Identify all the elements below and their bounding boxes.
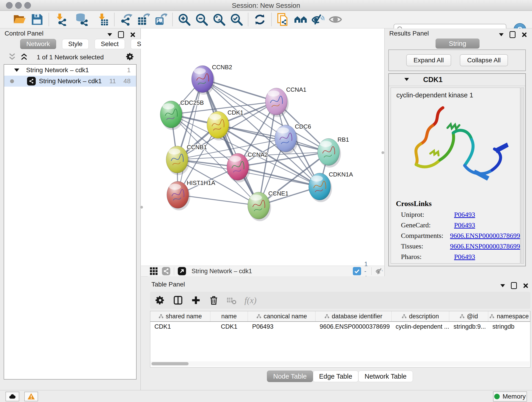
open-session-icon[interactable]: [13, 13, 27, 26]
table-cell[interactable]: cyclin-dependent ...: [392, 322, 450, 332]
close-panel-icon[interactable]: [521, 32, 527, 37]
zoom-fit-icon[interactable]: [212, 13, 226, 26]
collapse-panel-icon[interactable]: [500, 284, 505, 287]
show-all-icon[interactable]: [329, 13, 342, 26]
tab-edge-table[interactable]: Edge Table: [313, 370, 359, 382]
memory-status-dot: [494, 394, 500, 399]
table-cell[interactable]: CDK1: [150, 322, 210, 332]
tab-node-table[interactable]: Node Table: [267, 370, 313, 382]
table-cell[interactable]: P06493: [248, 322, 316, 332]
column-label: namespace: [497, 313, 529, 320]
collapse-panel-icon[interactable]: [499, 33, 504, 36]
copy-style-icon[interactable]: [276, 13, 290, 26]
show-columns-icon[interactable]: [173, 295, 183, 305]
edge-CDK1-RB1[interactable]: [218, 125, 329, 152]
import-network-database-icon[interactable]: [75, 13, 89, 26]
tab-style[interactable]: Style: [62, 39, 89, 49]
export-table-icon[interactable]: [137, 13, 150, 26]
attribute-type-icon: [460, 314, 465, 319]
selected-checkbox-icon[interactable]: [353, 267, 361, 275]
float-panel-icon[interactable]: [118, 31, 124, 38]
tab-network-table[interactable]: Network Table: [358, 370, 413, 382]
tab-select[interactable]: Select: [95, 39, 125, 49]
import-table-file-icon[interactable]: [96, 13, 109, 26]
hide-selected-icon[interactable]: [311, 13, 325, 26]
toolbar-separator: [248, 13, 248, 26]
network-canvas-svg: CCNB2CCNA1CDC25BCDK1CDC6RB1CCNB1CCNA2CDK…: [141, 28, 384, 266]
crosslink-row: Uniprot:P06493: [396, 211, 520, 218]
scrollbar-thumb[interactable]: [152, 362, 189, 365]
network-row[interactable]: String Network – cdk1 11 48: [4, 76, 136, 87]
expand-all-button[interactable]: Expand All: [406, 54, 451, 66]
hidden-eye-icon[interactable]: [375, 267, 384, 275]
column-header-canonical-name[interactable]: canonical name: [248, 311, 316, 321]
first-neighbors-icon[interactable]: [294, 13, 307, 26]
column-header-namespace[interactable]: namespace: [488, 311, 530, 321]
network-view[interactable]: CCNB2CCNA1CDC25BCDK1CDC6RB1CCNB1CCNA2CDK…: [141, 28, 384, 266]
refresh-icon[interactable]: [253, 13, 267, 26]
collapse-panel-icon[interactable]: [108, 33, 112, 36]
zoom-out-icon[interactable]: [195, 13, 209, 26]
network-options-gear-icon[interactable]: [126, 52, 134, 61]
network-view-title: String Network – cdk1: [191, 268, 252, 275]
node-label-CDC6: CDC6: [295, 123, 311, 130]
open-in-browser-icon[interactable]: [178, 267, 186, 275]
import-network-file-icon[interactable]: [54, 13, 67, 26]
network-share-icon[interactable]: [162, 267, 170, 275]
cloud-status-button[interactable]: [6, 392, 19, 401]
crosslink-link[interactable]: P06493: [454, 211, 475, 218]
crosslink-link[interactable]: P06493: [454, 221, 475, 229]
tab-network[interactable]: Network: [20, 39, 56, 49]
export-network-icon[interactable]: [119, 13, 133, 26]
save-session-icon[interactable]: [30, 13, 44, 26]
table-options-gear-icon[interactable]: [155, 295, 165, 305]
collection-count: 1: [127, 66, 131, 74]
memory-button[interactable]: Memory: [493, 391, 527, 402]
crosslink-label: Pharos:: [401, 253, 454, 261]
node-entry-content: cyclin-dependent kinase 1: [391, 88, 520, 264]
network-collection-row[interactable]: String Network – cdk1 1: [4, 65, 136, 76]
crosslink-link[interactable]: P06493: [454, 253, 475, 261]
entry-expander-icon[interactable]: [404, 78, 409, 81]
column-header-shared-name[interactable]: shared name: [150, 311, 210, 321]
grid-view-icon[interactable]: [150, 267, 158, 275]
column-header--id[interactable]: @id: [449, 311, 488, 321]
float-panel-icon[interactable]: [511, 282, 517, 289]
table-cell[interactable]: stringdb: [488, 322, 530, 332]
crosslink-link[interactable]: 9606.ENSP00000378699: [450, 242, 520, 250]
toolbar-separator: [49, 13, 49, 26]
edge-CCNB2-CCNE1[interactable]: [203, 79, 259, 206]
close-panel-icon[interactable]: [523, 283, 528, 288]
column-header-description[interactable]: description: [392, 311, 450, 321]
attribute-type-icon: [402, 314, 407, 319]
column-header-database-identifier[interactable]: database identifier: [316, 311, 392, 321]
results-scrollbar[interactable]: [521, 88, 524, 264]
export-image-icon[interactable]: [154, 13, 168, 26]
network-selection-status: 1 of 1 Network selected: [0, 54, 140, 61]
table-cell[interactable]: 9606.ENSP00000378699: [316, 322, 392, 332]
node-label-CCNB1: CCNB1: [187, 144, 207, 151]
crosslinks-section: CrossLinks Uniprot:P06493GeneCard:P06493…: [396, 199, 520, 261]
column-header-name[interactable]: name: [210, 311, 248, 321]
right-splitter-handle[interactable]: [381, 151, 384, 154]
add-column-icon[interactable]: [191, 295, 201, 305]
crosslink-label: Uniprot:: [401, 211, 454, 218]
edge-CCNB2-HIST1H1A[interactable]: [178, 79, 203, 195]
collapse-all-button[interactable]: Collapse All: [460, 54, 508, 66]
left-splitter-handle[interactable]: [140, 206, 143, 209]
node-entry-header[interactable]: CDK1: [389, 74, 525, 86]
table-cell[interactable]: stringdb:9...: [449, 322, 488, 332]
zoom-in-icon[interactable]: [177, 13, 191, 26]
table-horizontal-scrollbar[interactable]: [151, 361, 530, 366]
crosslink-link[interactable]: 9606.ENSP00000378699: [450, 232, 520, 240]
close-panel-icon[interactable]: [130, 32, 135, 37]
string-results-tab[interactable]: String: [436, 38, 480, 49]
table-cell[interactable]: CDK1: [210, 322, 248, 332]
warnings-button[interactable]: [24, 392, 38, 401]
attribute-type-icon: [256, 314, 261, 319]
delete-column-icon[interactable]: [209, 295, 219, 305]
float-panel-icon[interactable]: [510, 31, 515, 38]
zoom-selected-icon[interactable]: [230, 13, 243, 26]
collection-expander-icon[interactable]: [14, 69, 19, 72]
table-row[interactable]: CDK1CDK1P064939606.ENSP00000378699cyclin…: [150, 322, 530, 332]
